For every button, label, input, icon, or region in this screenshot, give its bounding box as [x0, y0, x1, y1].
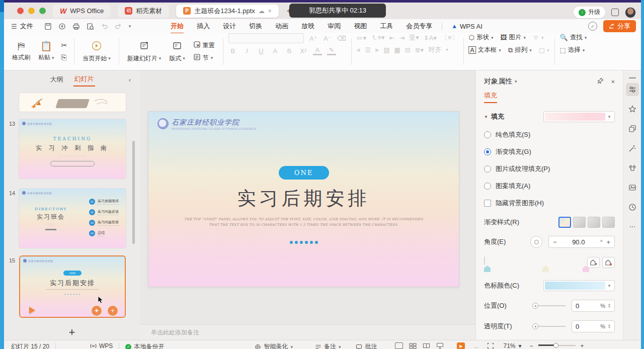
find-button[interactable]: 🔍查找▾ — [560, 33, 587, 42]
clear-format-icon[interactable]: ⌫ — [337, 35, 346, 42]
fill-tab[interactable]: 填充 — [484, 91, 497, 103]
copy-icon[interactable]: ⎘ — [61, 53, 67, 62]
italic-button[interactable]: I — [243, 47, 252, 55]
ribbon-tab-transition[interactable]: 切换 — [243, 20, 269, 33]
undo-icon[interactable] — [101, 23, 108, 30]
ribbon-tab-wps-ai[interactable]: ▲ WPS AI — [445, 23, 489, 30]
close-tab-icon[interactable]: × — [268, 8, 272, 15]
ribbon-tab-design[interactable]: 设计 — [216, 20, 243, 33]
properties-rail-icon[interactable] — [626, 83, 639, 96]
more-tools-rail-icon[interactable] — [626, 220, 639, 233]
ribbon-tab-slideshow[interactable]: 放映 — [295, 20, 321, 33]
gradient-stop-2[interactable] — [542, 266, 549, 272]
char-shading-button[interactable]: A — [271, 47, 280, 55]
section-button[interactable]: 节 ▾ — [193, 53, 215, 62]
increase-indent-icon[interactable]: ⇥ — [399, 34, 405, 42]
slide-subtitle-text[interactable]: THE TOP "START" PANEL ALLOWS YOU TO ADJU… — [148, 217, 459, 228]
slide-thumbnail-13[interactable]: 石家庄财经职业学院 TEACHING 实 习 冲 刺 指 南 — ‥‥‥‥‥‥‥… — [19, 119, 126, 179]
new-slide-plus-button[interactable]: + — [4, 326, 140, 339]
delete-gradient-stop-button[interactable] — [602, 257, 615, 268]
gradient-style-1-selected[interactable] — [558, 217, 571, 228]
gradient-style-3[interactable] — [588, 217, 600, 228]
save-icon[interactable] — [44, 23, 52, 30]
export-icon[interactable] — [58, 23, 66, 30]
wps-status-item[interactable]: WPS — [90, 342, 113, 349]
add-gradient-stop-button[interactable] — [587, 257, 600, 268]
shapes-button[interactable]: ⬡形状▾ — [469, 33, 494, 42]
paste-button[interactable]: 📋 粘贴▾ — [34, 41, 58, 62]
decrease-font-icon[interactable]: A⁻ — [323, 35, 332, 42]
zoom-chevron-icon[interactable]: ▾ — [518, 342, 521, 349]
font-color-button[interactable]: A — [313, 46, 322, 55]
slide-thumbnail-14[interactable]: 石家庄财经职业学院 DIRECTORY 实习班会 ‥‥‥‥‥‥‥‥‥‥‥‥ 01… — [19, 189, 126, 248]
share-button[interactable]: 分享 — [603, 20, 636, 32]
picture-button[interactable]: 🖼图片▾ — [500, 33, 526, 42]
outline-tab[interactable]: 大纲 — [49, 73, 64, 86]
gradient-style-4[interactable] — [602, 217, 615, 228]
upgrade-button[interactable]: ↑ 升级 — [574, 7, 605, 18]
slide-canvas[interactable]: 石家庄财经职业学院 SHIJIAZHUANG VOCATIONAL COLLEG… — [140, 70, 475, 324]
print-icon[interactable] — [72, 23, 80, 30]
ribbon-tab-insert[interactable]: 插入 — [190, 20, 216, 33]
tab-document-active[interactable]: P 主题班会1234-1.pptx ☁ × — [176, 5, 279, 18]
ribbon-tab-member[interactable]: 会员专享 — [399, 20, 439, 33]
normal-view-icon[interactable] — [395, 342, 403, 349]
beautify-slide-button[interactable]: ✦ — [91, 305, 103, 317]
textbox-button[interactable]: 🄰文本框▾ — [469, 46, 501, 54]
slide-title-text[interactable]: 实习后期安排 — [148, 186, 459, 211]
redo-icon[interactable] — [115, 23, 122, 30]
solid-fill-option[interactable]: 纯色填充(S) — [476, 130, 623, 139]
chevron-down-icon[interactable]: ▾ — [515, 79, 517, 84]
slideshow-play-button[interactable]: ▶ — [457, 342, 465, 349]
tab-wps-office[interactable]: W WPS Office — [53, 5, 111, 18]
ribbon-tab-animation[interactable]: 动画 — [269, 20, 295, 33]
gradient-fill-option[interactable]: 渐变填充(G) — [476, 147, 623, 156]
columns-icon[interactable]: 〔≡〕 — [441, 33, 458, 42]
slides-tab[interactable]: 幻灯片 — [73, 72, 95, 86]
slide-editing-area[interactable]: 石家庄财经职业学院 SHIJIAZHUANG VOCATIONAL COLLEG… — [148, 112, 459, 287]
numbered-list-icon[interactable]: ⒈≡▾ — [371, 33, 384, 42]
distribute-icon[interactable]: ▦ — [394, 46, 400, 54]
transparency-input[interactable]: 0 % ▲▼ — [572, 320, 615, 332]
cut-icon[interactable]: ✂ — [61, 41, 67, 49]
fit-slide-icon[interactable] — [487, 342, 494, 349]
zoom-percentage[interactable]: 71% — [503, 342, 515, 349]
text-direction-icon[interactable]: 亚▾ — [409, 33, 419, 42]
gradient-stop-1[interactable] — [484, 266, 491, 272]
gradient-stops-bar[interactable] — [484, 256, 485, 265]
highlight-color-button[interactable]: ✎ — [327, 46, 336, 55]
collapse-panel-icon[interactable]: ‹ — [129, 76, 131, 83]
play-slide-icon[interactable] — [29, 307, 35, 314]
bold-button[interactable]: B — [228, 47, 237, 55]
picture-fill-option[interactable]: 图片或纹理填充(P) — [476, 164, 623, 173]
bullet-list-icon[interactable]: ≔▾ — [357, 34, 367, 42]
shrink-text-icon[interactable]: ⊟ — [405, 46, 411, 54]
spinner-arrows-icon[interactable]: ▲▼ — [608, 324, 611, 329]
reading-view-icon[interactable] — [423, 342, 430, 349]
fill-preview-dropdown[interactable]: ▾ — [543, 111, 615, 122]
pattern-fill-option[interactable]: 图案填充(A) — [476, 182, 623, 191]
format-painter-button[interactable]: ⛿ 格式刷 — [8, 41, 34, 62]
arrange-button[interactable]: ⧉排列▾ — [508, 46, 532, 54]
angle-minus-button[interactable]: − — [553, 238, 557, 246]
ribbon-tab-tools[interactable]: 工具 — [373, 20, 399, 33]
align-center-icon[interactable]: ☰ — [365, 46, 371, 54]
history-rail-icon[interactable] — [626, 201, 639, 214]
ribbon-tab-view[interactable]: 视图 — [347, 20, 373, 33]
notes-area[interactable]: 单击此处添加备注 — [140, 324, 475, 340]
layers-rail-icon[interactable] — [626, 122, 639, 135]
layout-button[interactable]: 版式▾ — [165, 41, 189, 63]
reset-button[interactable]: 重置 — [193, 41, 215, 50]
more-status-icon[interactable]: ‥ — [474, 342, 478, 349]
superscript-button[interactable]: X² — [299, 47, 308, 55]
align-right-icon[interactable]: ⫸ — [375, 46, 379, 54]
align-left-icon[interactable]: ⫷ — [357, 46, 360, 54]
line-spacing-icon[interactable]: ⇕A▾ — [424, 34, 437, 42]
restore-window-icon[interactable] — [611, 9, 619, 16]
spinner-arrows-icon[interactable]: ▲▼ — [608, 303, 611, 308]
section-badge[interactable]: ONE — [279, 166, 329, 180]
comments-toggle-button[interactable]: 批注 — [356, 342, 377, 349]
justify-icon[interactable]: ▤ — [383, 46, 389, 54]
notes-toggle-button[interactable]: 备注 ▾ — [315, 342, 341, 349]
strikethrough-button[interactable]: S — [285, 47, 294, 55]
